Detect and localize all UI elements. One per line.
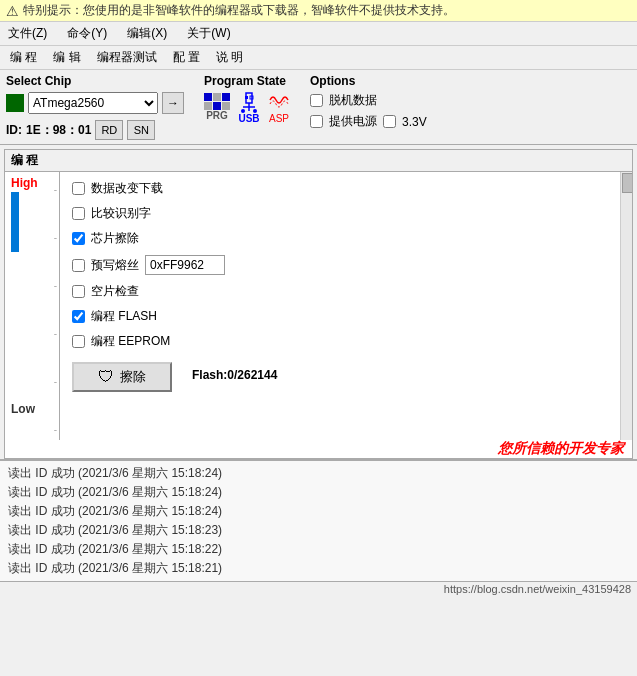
menu-file[interactable]: 文件(Z)	[6, 24, 49, 43]
opt-program-eeprom: 编程 EEPROM	[72, 333, 608, 350]
sn-button[interactable]: SN	[127, 120, 155, 140]
opt-pre-fuse: 预写熔丝	[72, 255, 608, 275]
toolbar-bar: 编 程 编 辑 编程器测试 配 置 说 明	[0, 46, 637, 70]
opt-data-change: 数据改变下载	[72, 180, 608, 197]
asp-waves-icon	[268, 90, 290, 113]
prg-block: PRG	[204, 93, 230, 121]
prg-label: PRG	[206, 110, 228, 121]
opt-chip-erase-check[interactable]	[72, 232, 85, 245]
log-section: 读出 ID 成功 (2021/3/6 星期六 15:18:24) 读出 ID 成…	[0, 459, 637, 581]
chip-select-label: Select Chip	[6, 74, 184, 88]
toolbar-test[interactable]: 编程器测试	[93, 48, 161, 67]
id-row: ID: 1E：98：01 RD SN	[6, 120, 184, 140]
warning-icon: ⚠	[6, 3, 19, 19]
opt-compare-id-label: 比较识别字	[91, 205, 151, 222]
log-line-2: 读出 ID 成功 (2021/3/6 星期六 15:18:24)	[8, 503, 629, 520]
opt-data-change-check[interactable]	[72, 182, 85, 195]
program-body: High Low - - - - - - 数据改变下载 比较识别字 芯片擦除	[5, 172, 632, 440]
program-section: 编 程 High Low - - - - - - 数据改变下载 比较识别字	[4, 149, 633, 459]
opt-data-change-label: 数据改变下载	[91, 180, 163, 197]
usb-block: USB	[238, 91, 260, 124]
opt-pre-fuse-label: 预写熔丝	[91, 257, 139, 274]
top-section: Select Chip ATmega2560 → ID: 1E：98：01 RD…	[0, 70, 637, 145]
toolbar-config[interactable]: 配 置	[169, 48, 204, 67]
scrollbar-thumb[interactable]	[622, 173, 632, 193]
warning-text: 特别提示：您使用的是非智峰软件的编程器或下载器，智峰软件不提供技术支持。	[23, 2, 455, 19]
usb-label: USB	[238, 113, 259, 124]
option-33v-label: 3.3V	[402, 115, 427, 129]
option-offline-label: 脱机数据	[329, 92, 377, 109]
log-line-3: 读出 ID 成功 (2021/3/6 星期六 15:18:23)	[8, 522, 629, 539]
chip-select-block: Select Chip ATmega2560 → ID: 1E：98：01 RD…	[6, 74, 184, 140]
option-33v-check[interactable]	[383, 115, 396, 128]
level-low-label: Low	[11, 402, 35, 416]
chip-icon	[6, 94, 24, 112]
options-panel: 数据改变下载 比较识别字 芯片擦除 预写熔丝 空片检查 编程 FLASH	[60, 172, 620, 440]
toolbar-desc[interactable]: 说 明	[212, 48, 247, 67]
log-line-5: 读出 ID 成功 (2021/3/6 星期六 15:18:21)	[8, 560, 629, 577]
toolbar-program[interactable]: 编 程	[6, 48, 41, 67]
option-power-check[interactable]	[310, 115, 323, 128]
opt-compare-id-check[interactable]	[72, 207, 85, 220]
opt-program-eeprom-check[interactable]	[72, 335, 85, 348]
id-label: ID:	[6, 123, 22, 137]
chip-select-dropdown[interactable]: ATmega2560	[28, 92, 158, 114]
sq2	[213, 93, 221, 101]
menu-about[interactable]: 关于(W)	[185, 24, 232, 43]
program-state-label: Program State	[204, 74, 290, 88]
menu-edit[interactable]: 编辑(X)	[125, 24, 169, 43]
asp-label: ASP	[269, 113, 289, 124]
option-power-label: 提供电源	[329, 113, 377, 130]
sq5	[213, 102, 221, 110]
level-bar: High Low - - - - - -	[5, 172, 60, 440]
opt-chip-erase-label: 芯片擦除	[91, 230, 139, 247]
watermark: 您所信赖的开发专家	[5, 440, 624, 458]
level-indicator	[11, 192, 19, 252]
opt-blank-check: 空片检查	[72, 283, 608, 300]
log-line-4: 读出 ID 成功 (2021/3/6 星期六 15:18:22)	[8, 541, 629, 558]
option-offline-check[interactable]	[310, 94, 323, 107]
status-bar-text: https://blog.csdn.net/weixin_43159428	[444, 583, 631, 595]
erase-icon: 🛡	[98, 368, 114, 386]
opt-chip-erase: 芯片擦除	[72, 230, 608, 247]
chip-select-row: ATmega2560 →	[6, 92, 184, 114]
opt-compare-id: 比较识别字	[72, 205, 608, 222]
rd-button[interactable]: RD	[95, 120, 123, 140]
menu-command[interactable]: 命令(Y)	[65, 24, 109, 43]
program-state-icons: PRG USB	[204, 90, 290, 124]
option-offline: 脱机数据	[310, 92, 427, 109]
sq6	[222, 102, 230, 110]
opt-program-flash-label: 编程 FLASH	[91, 308, 157, 325]
options-label: Options	[310, 74, 427, 88]
opt-blank-check-label: 空片检查	[91, 283, 139, 300]
status-bar: https://blog.csdn.net/weixin_43159428	[0, 581, 637, 596]
id-value: 1E：98：01	[26, 122, 91, 139]
asp-block: ASP	[268, 90, 290, 124]
erase-button[interactable]: 🛡 擦除	[72, 362, 172, 392]
prg-squares	[204, 93, 230, 110]
usb-icon	[238, 91, 260, 113]
erase-row: 🛡 擦除 Flash:0/262144	[72, 358, 608, 392]
opt-pre-fuse-check[interactable]	[72, 259, 85, 272]
log-line-0: 读出 ID 成功 (2021/3/6 星期六 15:18:24)	[8, 465, 629, 482]
flash-info: Flash:0/262144	[192, 368, 277, 382]
opt-blank-check-check[interactable]	[72, 285, 85, 298]
program-title: 编 程	[5, 150, 632, 172]
svg-rect-5	[245, 96, 248, 99]
scrollbar[interactable]	[620, 172, 632, 440]
warning-bar: ⚠ 特别提示：您使用的是非智峰软件的编程器或下载器，智峰软件不提供技术支持。	[0, 0, 637, 22]
opt-program-eeprom-label: 编程 EEPROM	[91, 333, 170, 350]
menu-bar: 文件(Z) 命令(Y) 编辑(X) 关于(W)	[0, 22, 637, 46]
opt-program-flash: 编程 FLASH	[72, 308, 608, 325]
sq1	[204, 93, 212, 101]
fuse-value-input[interactable]	[145, 255, 225, 275]
opt-program-flash-check[interactable]	[72, 310, 85, 323]
chip-select-arrow-btn[interactable]: →	[162, 92, 184, 114]
sq4	[204, 102, 212, 110]
sq3	[222, 93, 230, 101]
option-power: 提供电源 3.3V	[310, 113, 427, 130]
options-block: Options 脱机数据 提供电源 3.3V	[310, 74, 427, 130]
program-state-block: Program State PRG	[204, 74, 290, 124]
log-line-1: 读出 ID 成功 (2021/3/6 星期六 15:18:24)	[8, 484, 629, 501]
toolbar-edit[interactable]: 编 辑	[49, 48, 84, 67]
